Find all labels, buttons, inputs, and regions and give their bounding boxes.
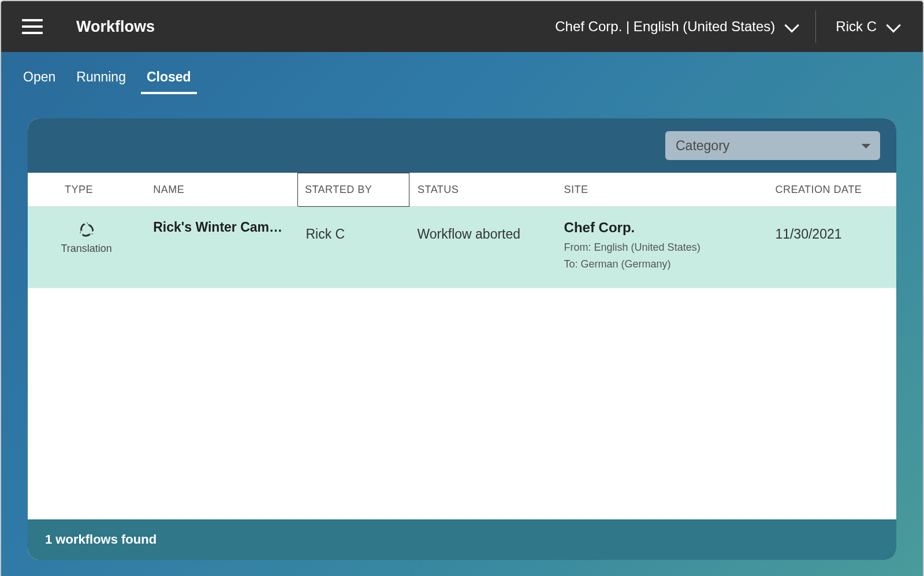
col-name[interactable]: NAME — [145, 173, 297, 207]
tabs: Open Running Closed — [1, 52, 923, 94]
menu-icon[interactable] — [22, 14, 47, 39]
footer-count: 1 workflows found — [45, 532, 157, 547]
cell-name: Rick's Winter Campa… — [145, 207, 297, 288]
table-header-row: TYPE NAME STARTED BY STATUS SITE CREATIO… — [28, 173, 896, 207]
chevron-down-icon — [785, 18, 799, 32]
cell-site: Chef Corp. From: English (United States)… — [556, 207, 767, 288]
user-menu-label: Rick C — [836, 18, 877, 35]
user-menu[interactable]: Rick C — [822, 10, 911, 43]
site-switcher[interactable]: Chef Corp. | English (United States) — [541, 10, 810, 43]
panel-footer: 1 workflows found — [28, 519, 896, 560]
divider — [815, 10, 816, 43]
cell-started-by: Rick C — [297, 207, 409, 288]
table-empty-space — [28, 288, 896, 519]
table-row[interactable]: Translation Rick's Winter Campa… Rick C … — [28, 207, 896, 288]
page-title: Workflows — [76, 18, 155, 36]
cell-status: Workflow aborted — [409, 207, 556, 288]
tab-closed[interactable]: Closed — [144, 65, 193, 94]
col-started-by[interactable]: STARTED BY — [297, 173, 409, 207]
col-creation-date[interactable]: CREATION DATE — [767, 173, 896, 207]
tab-open[interactable]: Open — [21, 65, 58, 94]
app-frame: Workflows Chef Corp. | English (United S… — [0, 0, 924, 576]
chevron-down-icon — [886, 18, 900, 32]
site-to: To: German (Germany) — [564, 256, 759, 273]
site-name: Chef Corp. — [564, 220, 759, 236]
site-from: From: English (United States) — [564, 239, 759, 256]
col-type[interactable]: TYPE — [28, 173, 145, 207]
site-switcher-label: Chef Corp. | English (United States) — [555, 18, 775, 35]
type-label: Translation — [51, 243, 122, 255]
workflows-table: TYPE NAME STARTED BY STATUS SITE CREATIO… — [28, 173, 896, 519]
col-status[interactable]: STATUS — [409, 173, 556, 207]
cell-type: Translation — [28, 207, 145, 288]
workflows-panel: Category TYPE NAME STARTED BY STATUS SIT… — [28, 118, 896, 560]
category-select[interactable]: Category — [665, 131, 880, 160]
col-site[interactable]: SITE — [556, 173, 767, 207]
tab-running[interactable]: Running — [74, 65, 128, 94]
cell-creation-date: 11/30/2021 — [767, 207, 896, 288]
content-area: Open Running Closed Category TYPE NAME S… — [1, 52, 923, 576]
panel-toolbar: Category — [28, 118, 896, 173]
translation-icon — [76, 220, 97, 240]
top-bar: Workflows Chef Corp. | English (United S… — [1, 1, 923, 52]
